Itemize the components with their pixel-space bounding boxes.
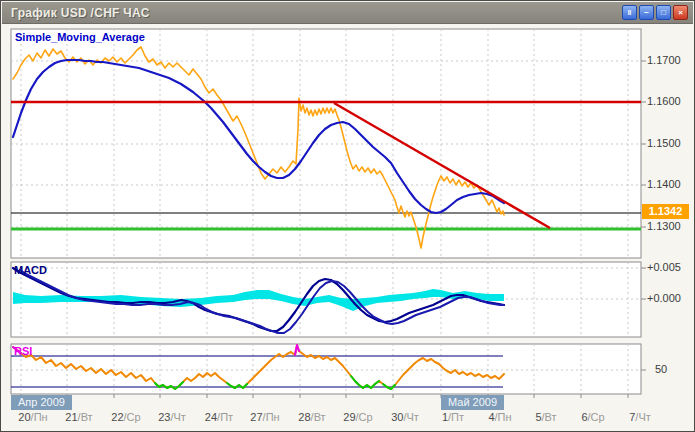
axis-tick-label: +0.005 bbox=[647, 261, 681, 273]
date-tick-label: 30/Чт bbox=[391, 411, 419, 423]
window-title: График USD /CHF ЧАС bbox=[2, 6, 150, 20]
rsi-indicator-label: RSI bbox=[14, 345, 32, 357]
date-tick-label: 20/Пн bbox=[18, 411, 47, 423]
axis-tick-label: 1.1700 bbox=[647, 54, 681, 66]
date-tick-label: 4/Пн bbox=[488, 411, 511, 423]
date-tick-label: 27/Пн bbox=[250, 411, 279, 423]
maximize-icon[interactable]: □ bbox=[656, 5, 671, 20]
window-buttons: ‖ − □ × bbox=[622, 5, 688, 20]
pause-icon[interactable]: ‖ bbox=[622, 5, 637, 20]
date-tick-label: 28/Вт bbox=[298, 411, 325, 423]
date-tick-label: 22/Ср bbox=[111, 411, 140, 423]
date-tick-label: 29/Ср bbox=[343, 411, 372, 423]
close-icon[interactable]: × bbox=[673, 5, 688, 20]
chart-window: График USD /CHF ЧАС ‖ − □ × Simple_Movin… bbox=[0, 0, 695, 432]
axis-tick-label: 1.1500 bbox=[647, 137, 681, 149]
date-tick-label: 5/Вт bbox=[535, 411, 556, 423]
axis-tick-label: 50 bbox=[655, 363, 667, 375]
axis-tick-label: 1.1300 bbox=[647, 220, 681, 232]
axis-tick-label: 1.1400 bbox=[647, 178, 681, 190]
month-badge-april: Апр 2009 bbox=[11, 395, 72, 410]
current-price-badge: 1.1342 bbox=[642, 204, 689, 219]
date-tick-label: 23/Чт bbox=[158, 411, 186, 423]
sma-indicator-label: Simple_Moving_Average bbox=[15, 31, 145, 43]
date-tick-label: 6/Ср bbox=[581, 411, 604, 423]
date-tick-label: 21/Вт bbox=[65, 411, 92, 423]
macd-indicator-label: MACD bbox=[14, 264, 47, 276]
axis-tick-label: +0.000 bbox=[647, 292, 681, 304]
chart-svg[interactable] bbox=[1, 1, 695, 432]
minimize-icon[interactable]: − bbox=[639, 5, 654, 20]
date-tick-label: 24/Пт bbox=[205, 411, 233, 423]
date-tick-label: 7/Чт bbox=[629, 411, 651, 423]
title-bar[interactable]: График USD /CHF ЧАС ‖ − □ × bbox=[2, 2, 693, 24]
axis-tick-label: 1.1600 bbox=[647, 95, 681, 107]
month-badge-may: Май 2009 bbox=[441, 395, 504, 410]
date-tick-label: 1/Пт bbox=[442, 411, 464, 423]
